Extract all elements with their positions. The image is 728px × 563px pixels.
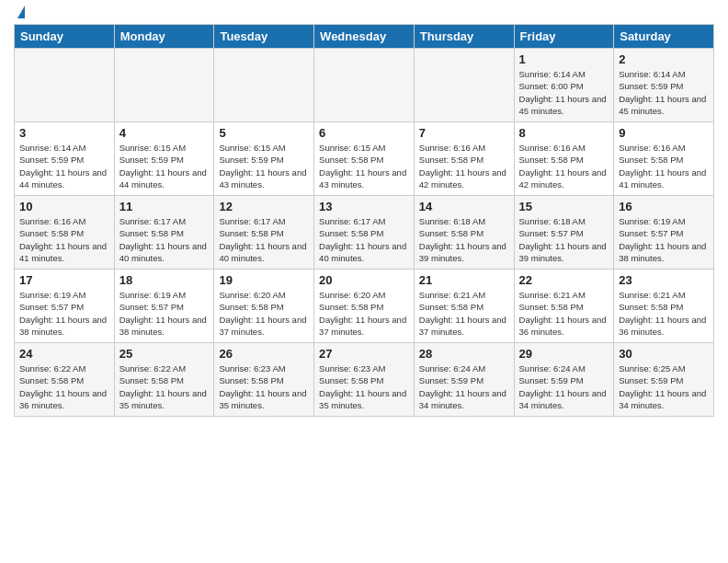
calendar-cell: 29Sunrise: 6:24 AM Sunset: 5:59 PM Dayli… (514, 343, 614, 417)
header (14, 9, 714, 18)
calendar-cell: 28Sunrise: 6:24 AM Sunset: 5:59 PM Dayli… (414, 343, 514, 417)
calendar-week-row: 3Sunrise: 6:14 AM Sunset: 5:59 PM Daylig… (15, 122, 714, 196)
calendar-day-header: Monday (114, 25, 214, 49)
cell-info-text: Sunrise: 6:21 AM Sunset: 5:58 PM Dayligh… (619, 289, 709, 338)
calendar-cell: 16Sunrise: 6:19 AM Sunset: 5:57 PM Dayli… (614, 196, 714, 270)
cell-day-number: 2 (619, 52, 709, 66)
logo-triangle-icon (17, 6, 25, 18)
calendar-day-header: Sunday (15, 25, 115, 49)
calendar-cell (414, 49, 514, 122)
calendar-week-row: 24Sunrise: 6:22 AM Sunset: 5:58 PM Dayli… (15, 343, 714, 417)
calendar-cell: 25Sunrise: 6:22 AM Sunset: 5:58 PM Dayli… (114, 343, 214, 417)
calendar-cell (214, 49, 314, 122)
cell-day-number: 7 (419, 126, 509, 140)
calendar-header-row: SundayMondayTuesdayWednesdayThursdayFrid… (15, 25, 714, 49)
calendar-cell: 7Sunrise: 6:16 AM Sunset: 5:58 PM Daylig… (414, 122, 514, 196)
calendar-cell (114, 49, 214, 122)
calendar-cell: 2Sunrise: 6:14 AM Sunset: 5:59 PM Daylig… (614, 49, 714, 122)
calendar-cell: 21Sunrise: 6:21 AM Sunset: 5:58 PM Dayli… (414, 270, 514, 343)
cell-day-number: 24 (19, 347, 109, 361)
cell-info-text: Sunrise: 6:15 AM Sunset: 5:59 PM Dayligh… (219, 142, 309, 190)
calendar-cell: 12Sunrise: 6:17 AM Sunset: 5:58 PM Dayli… (214, 196, 314, 270)
cell-day-number: 28 (419, 347, 509, 361)
calendar-cell: 13Sunrise: 6:17 AM Sunset: 5:58 PM Dayli… (314, 196, 415, 270)
cell-info-text: Sunrise: 6:25 AM Sunset: 5:59 PM Dayligh… (619, 362, 709, 411)
calendar-cell: 9Sunrise: 6:16 AM Sunset: 5:58 PM Daylig… (614, 122, 714, 196)
calendar-cell (314, 49, 415, 122)
calendar-day-header: Wednesday (314, 25, 415, 49)
calendar-cell: 20Sunrise: 6:20 AM Sunset: 5:58 PM Dayli… (314, 270, 415, 343)
cell-info-text: Sunrise: 6:15 AM Sunset: 5:59 PM Dayligh… (119, 142, 210, 190)
calendar-cell: 6Sunrise: 6:15 AM Sunset: 5:58 PM Daylig… (314, 122, 415, 196)
calendar-cell: 3Sunrise: 6:14 AM Sunset: 5:59 PM Daylig… (15, 122, 115, 196)
calendar-day-header: Friday (514, 25, 614, 49)
calendar-cell: 23Sunrise: 6:21 AM Sunset: 5:58 PM Dayli… (614, 270, 714, 343)
cell-info-text: Sunrise: 6:20 AM Sunset: 5:58 PM Dayligh… (219, 289, 309, 338)
cell-day-number: 3 (19, 126, 109, 140)
cell-day-number: 5 (219, 126, 309, 140)
calendar-cell: 18Sunrise: 6:19 AM Sunset: 5:57 PM Dayli… (114, 270, 214, 343)
cell-day-number: 9 (619, 126, 709, 140)
cell-info-text: Sunrise: 6:24 AM Sunset: 5:59 PM Dayligh… (519, 362, 609, 411)
cell-info-text: Sunrise: 6:22 AM Sunset: 5:58 PM Dayligh… (119, 362, 210, 411)
cell-info-text: Sunrise: 6:18 AM Sunset: 5:57 PM Dayligh… (519, 215, 609, 264)
cell-day-number: 15 (519, 200, 609, 213)
cell-info-text: Sunrise: 6:18 AM Sunset: 5:58 PM Dayligh… (419, 215, 509, 264)
cell-info-text: Sunrise: 6:21 AM Sunset: 5:58 PM Dayligh… (519, 289, 609, 338)
cell-day-number: 11 (119, 200, 210, 213)
cell-info-text: Sunrise: 6:17 AM Sunset: 5:58 PM Dayligh… (319, 215, 409, 264)
calendar-cell: 5Sunrise: 6:15 AM Sunset: 5:59 PM Daylig… (214, 122, 314, 196)
cell-day-number: 4 (119, 126, 210, 140)
cell-info-text: Sunrise: 6:16 AM Sunset: 5:58 PM Dayligh… (619, 142, 709, 190)
calendar-cell: 15Sunrise: 6:18 AM Sunset: 5:57 PM Dayli… (514, 196, 614, 270)
calendar-cell: 8Sunrise: 6:16 AM Sunset: 5:58 PM Daylig… (514, 122, 614, 196)
cell-day-number: 10 (19, 200, 109, 213)
cell-info-text: Sunrise: 6:14 AM Sunset: 5:59 PM Dayligh… (619, 68, 709, 117)
calendar-cell: 26Sunrise: 6:23 AM Sunset: 5:58 PM Dayli… (214, 343, 314, 417)
cell-info-text: Sunrise: 6:19 AM Sunset: 5:57 PM Dayligh… (619, 215, 709, 264)
cell-day-number: 26 (219, 347, 309, 361)
cell-info-text: Sunrise: 6:16 AM Sunset: 5:58 PM Dayligh… (519, 142, 609, 190)
cell-info-text: Sunrise: 6:24 AM Sunset: 5:59 PM Dayligh… (419, 362, 509, 411)
cell-day-number: 23 (619, 273, 709, 287)
calendar-cell: 11Sunrise: 6:17 AM Sunset: 5:58 PM Dayli… (114, 196, 214, 270)
cell-day-number: 25 (119, 347, 210, 361)
cell-info-text: Sunrise: 6:21 AM Sunset: 5:58 PM Dayligh… (419, 289, 509, 338)
cell-day-number: 29 (519, 347, 609, 361)
cell-day-number: 16 (619, 200, 709, 213)
calendar-cell: 22Sunrise: 6:21 AM Sunset: 5:58 PM Dayli… (514, 270, 614, 343)
calendar-day-header: Thursday (414, 25, 514, 49)
cell-info-text: Sunrise: 6:17 AM Sunset: 5:58 PM Dayligh… (219, 215, 309, 264)
cell-info-text: Sunrise: 6:14 AM Sunset: 5:59 PM Dayligh… (19, 142, 109, 190)
cell-day-number: 14 (419, 200, 509, 213)
calendar-week-row: 10Sunrise: 6:16 AM Sunset: 5:58 PM Dayli… (15, 196, 714, 270)
calendar-cell (15, 49, 115, 122)
cell-info-text: Sunrise: 6:23 AM Sunset: 5:58 PM Dayligh… (319, 362, 409, 411)
calendar-day-header: Saturday (614, 25, 714, 49)
cell-day-number: 17 (19, 273, 109, 287)
cell-day-number: 20 (319, 273, 409, 287)
calendar-cell: 27Sunrise: 6:23 AM Sunset: 5:58 PM Dayli… (314, 343, 415, 417)
page: SundayMondayTuesdayWednesdayThursdayFrid… (0, 0, 728, 563)
cell-info-text: Sunrise: 6:19 AM Sunset: 5:57 PM Dayligh… (119, 289, 210, 338)
cell-day-number: 27 (319, 347, 409, 361)
cell-day-number: 6 (319, 126, 409, 140)
cell-day-number: 22 (519, 273, 609, 287)
cell-day-number: 12 (219, 200, 309, 213)
calendar-cell: 24Sunrise: 6:22 AM Sunset: 5:58 PM Dayli… (15, 343, 115, 417)
calendar-week-row: 17Sunrise: 6:19 AM Sunset: 5:57 PM Dayli… (15, 270, 714, 343)
cell-info-text: Sunrise: 6:15 AM Sunset: 5:58 PM Dayligh… (319, 142, 409, 190)
cell-day-number: 21 (419, 273, 509, 287)
cell-info-text: Sunrise: 6:14 AM Sunset: 6:00 PM Dayligh… (519, 68, 609, 117)
logo (14, 9, 25, 18)
cell-info-text: Sunrise: 6:20 AM Sunset: 5:58 PM Dayligh… (319, 289, 409, 338)
calendar-table: SundayMondayTuesdayWednesdayThursdayFrid… (14, 24, 714, 417)
cell-day-number: 1 (519, 52, 609, 66)
cell-day-number: 13 (319, 200, 409, 213)
calendar-cell: 4Sunrise: 6:15 AM Sunset: 5:59 PM Daylig… (114, 122, 214, 196)
cell-info-text: Sunrise: 6:19 AM Sunset: 5:57 PM Dayligh… (19, 289, 109, 338)
cell-day-number: 8 (519, 126, 609, 140)
cell-day-number: 18 (119, 273, 210, 287)
calendar-day-header: Tuesday (214, 25, 314, 49)
cell-info-text: Sunrise: 6:16 AM Sunset: 5:58 PM Dayligh… (19, 215, 109, 264)
